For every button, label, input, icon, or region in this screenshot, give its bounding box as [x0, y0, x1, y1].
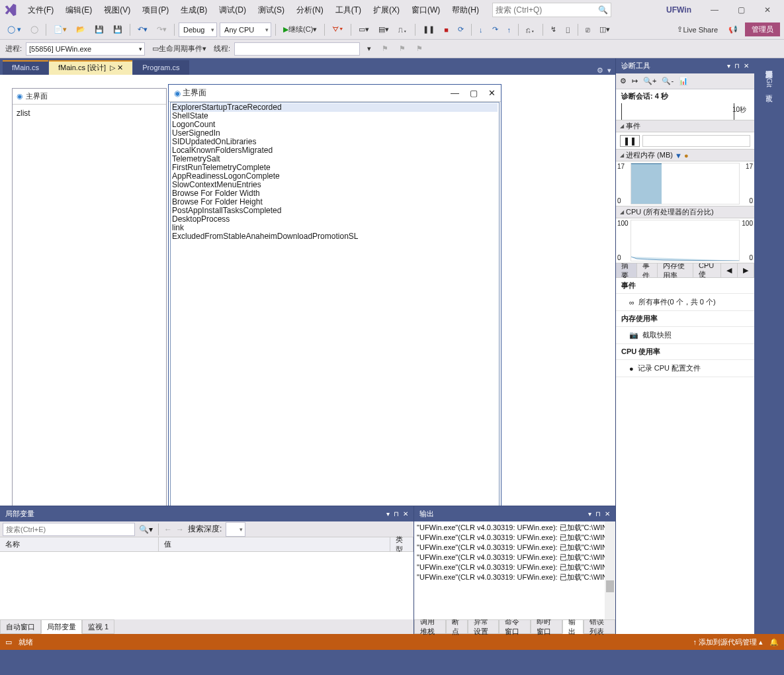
- tab-errorlist[interactable]: 错误列表: [584, 619, 615, 634]
- process-combo[interactable]: [55856] UFWin.exe: [26, 42, 145, 56]
- stop-icon[interactable]: ■: [441, 22, 452, 37]
- step-over-icon[interactable]: ↷: [489, 22, 501, 37]
- menu-file[interactable]: 文件(F): [22, 3, 59, 18]
- form-designer[interactable]: ◉主界面 zlist ◉ 主界面 — ▢ ✕ ExplorerStartupTr…: [0, 75, 615, 506]
- liveshare-button[interactable]: ⇪ Live Share: [674, 22, 721, 37]
- undo-icon[interactable]: ↶▾: [134, 22, 151, 37]
- restart-icon[interactable]: ⟳: [455, 22, 467, 37]
- notifications-icon[interactable]: 🔔: [769, 638, 779, 647]
- nav-fwd-icon[interactable]: →: [176, 525, 184, 534]
- tab-autos[interactable]: 自动窗口: [0, 619, 41, 634]
- nav-back-icon[interactable]: ←: [164, 525, 172, 534]
- scroll-left-icon[interactable]: ◀: [721, 263, 738, 277]
- tab-output[interactable]: 输出: [562, 619, 584, 634]
- tb-icon[interactable]: ⌷: [562, 22, 574, 37]
- lifecycle-button[interactable]: ▭ 生命周期事件 ▾: [149, 42, 210, 56]
- designer-form[interactable]: ◉主界面 zlist: [12, 88, 167, 506]
- save-icon[interactable]: 💾: [91, 22, 107, 37]
- output-text[interactable]: "UFWin.exe"(CLR v4.0.30319: UFWin.exe): …: [414, 521, 615, 619]
- pin-icon[interactable]: ⊓: [734, 62, 740, 69]
- minimize-button[interactable]: —: [451, 88, 459, 98]
- menu-build[interactable]: 生成(B): [175, 3, 212, 18]
- cpu-section-hdr[interactable]: CPU (所有处理器的百分比): [616, 206, 754, 218]
- tab-breakpoints[interactable]: 断点: [446, 619, 468, 634]
- summary-cpu-link[interactable]: ●记录 CPU 配置文件: [616, 360, 754, 377]
- flag-icon[interactable]: ⚑: [378, 42, 392, 56]
- gear-icon[interactable]: ⚙: [597, 66, 603, 75]
- tb-icon[interactable]: ◫▾: [596, 22, 613, 37]
- menu-window[interactable]: 窗口(W): [406, 3, 445, 18]
- menu-tools[interactable]: 工具(T): [330, 3, 367, 18]
- feedback-icon[interactable]: 📢: [725, 22, 741, 37]
- tb-icon[interactable]: ⎍▾: [395, 22, 411, 37]
- dropdown-icon[interactable]: ▾: [386, 510, 390, 518]
- pause-icon[interactable]: ❚❚: [620, 135, 640, 147]
- rail-git-changes[interactable]: Git 更改: [763, 75, 775, 92]
- scroll-right-icon[interactable]: ▶: [738, 263, 754, 277]
- pin-icon[interactable]: ⊓: [394, 510, 399, 518]
- pin-icon[interactable]: ⊓: [595, 510, 601, 518]
- tab-program-cs[interactable]: Program.cs: [133, 60, 189, 75]
- menu-edit[interactable]: 编辑(E): [60, 3, 97, 18]
- maximize-button[interactable]: ▢: [728, 1, 754, 19]
- close-icon[interactable]: ✕: [605, 510, 610, 518]
- col-type[interactable]: 类型: [390, 537, 414, 551]
- locals-search-input[interactable]: [3, 523, 135, 536]
- step-out-icon[interactable]: ↑: [504, 22, 515, 37]
- minimize-button[interactable]: —: [702, 1, 727, 19]
- memory-section-hdr[interactable]: 进程内存 (MB) ▼ ●: [616, 150, 754, 161]
- summary-events-link[interactable]: ∞所有事件(0 个，共 0 个): [616, 294, 754, 311]
- maximize-button[interactable]: ▢: [470, 88, 478, 98]
- global-search[interactable]: 🔍: [492, 3, 611, 17]
- dropdown-icon[interactable]: ▾: [607, 66, 611, 75]
- scrollbar[interactable]: [605, 521, 615, 619]
- memory-chart[interactable]: 1717 00: [616, 161, 754, 206]
- close-button[interactable]: ✕: [755, 1, 780, 19]
- config-combo[interactable]: Debug: [179, 22, 217, 37]
- search-input[interactable]: [496, 5, 598, 15]
- events-section-hdr[interactable]: 事件: [616, 120, 754, 132]
- menu-debug[interactable]: 调试(D): [214, 3, 251, 18]
- continue-button[interactable]: ▶ 继续(C) ▾: [280, 22, 320, 37]
- locals-grid[interactable]: [0, 552, 414, 619]
- zoom-out-icon[interactable]: 🔍-: [662, 77, 674, 85]
- save-all-icon[interactable]: 💾: [110, 22, 126, 37]
- dropdown-icon[interactable]: ▾: [588, 510, 591, 518]
- redo-icon[interactable]: ↷▾: [153, 22, 170, 37]
- tab-fmain-design[interactable]: fMain.cs [设计] ▷ ✕: [49, 60, 132, 75]
- menu-project[interactable]: 项目(P): [137, 3, 174, 18]
- tab-command[interactable]: 命令窗口: [499, 619, 531, 634]
- close-icon[interactable]: ✕: [403, 510, 408, 518]
- col-name[interactable]: 名称: [0, 537, 159, 551]
- flag-icon[interactable]: ⚑: [396, 42, 409, 56]
- chart-icon[interactable]: 📊: [679, 77, 688, 85]
- col-value[interactable]: 值: [159, 537, 390, 551]
- platform-combo[interactable]: Any CPU: [220, 22, 271, 37]
- tab-locals[interactable]: 局部变量: [41, 619, 82, 634]
- tb-icon[interactable]: ▭▾: [355, 22, 372, 37]
- tab-events[interactable]: 事件: [637, 263, 658, 277]
- tab-fmain-cs[interactable]: fMain.cs: [3, 60, 48, 75]
- thread-combo[interactable]: [234, 42, 360, 56]
- tree-item[interactable]: zlist: [17, 109, 30, 118]
- list-item[interactable]: ExcludedFromStableAnaheimDownloadPromoti…: [172, 232, 498, 241]
- menu-view[interactable]: 视图(V): [99, 3, 136, 18]
- flag-icon[interactable]: ⚑: [413, 42, 426, 56]
- summary-snapshot-link[interactable]: 📷截取快照: [616, 327, 754, 344]
- list-item[interactable]: ShellState: [172, 112, 498, 120]
- search-icon[interactable]: 🔍▾: [139, 525, 153, 534]
- menu-analyze[interactable]: 分析(N): [291, 3, 329, 18]
- tb-icon[interactable]: ▾: [364, 42, 374, 56]
- dropdown-icon[interactable]: ▾: [727, 62, 730, 69]
- gear-icon[interactable]: ⚙: [620, 77, 627, 85]
- close-icon[interactable]: ✕: [744, 62, 749, 69]
- tab-summary[interactable]: 摘要: [616, 263, 637, 277]
- zoom-in-icon[interactable]: 🔍+: [643, 77, 656, 85]
- menu-extensions[interactable]: 扩展(X): [368, 3, 405, 18]
- menu-help[interactable]: 帮助(H): [447, 3, 484, 18]
- list-item[interactable]: LocalKnownFoldersMigrated: [172, 146, 498, 155]
- scm-button[interactable]: ↑ 添加到源代码管理 ▴: [693, 637, 763, 647]
- new-project-icon[interactable]: 📄▾: [50, 22, 70, 37]
- menu-test[interactable]: 测试(S): [253, 3, 290, 18]
- hot-reload-icon[interactable]: ᗊ▾: [329, 22, 347, 37]
